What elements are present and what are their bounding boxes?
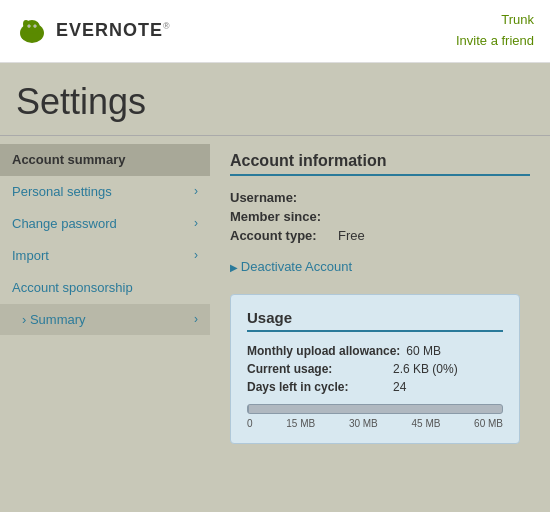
- sidebar-item-label: Import: [12, 248, 49, 263]
- elephant-icon: [16, 15, 48, 47]
- logo-text: EVERNOTE®: [56, 20, 171, 41]
- info-row-member-since: Member since:: [230, 209, 530, 224]
- header-links: Trunk Invite a friend: [456, 10, 534, 52]
- main-layout: Account summary Personal settings › Chan…: [0, 136, 550, 512]
- sidebar-item-label: Account summary: [12, 152, 125, 167]
- usage-row-current: Current usage: 2.6 KB (0%): [247, 362, 503, 376]
- sidebar-item-change-password[interactable]: Change password ›: [0, 208, 210, 240]
- info-row-username: Username:: [230, 190, 530, 205]
- content-area: Account information Username: Member sin…: [210, 136, 550, 512]
- username-label: Username:: [230, 190, 330, 205]
- svg-point-6: [34, 25, 35, 26]
- chevron-right-icon: ›: [194, 248, 198, 262]
- header: EVERNOTE® Trunk Invite a friend: [0, 0, 550, 63]
- sidebar-item-label: Change password: [12, 216, 117, 231]
- progress-label-30: 30 MB: [349, 418, 378, 429]
- trunk-link[interactable]: Trunk: [456, 10, 534, 31]
- account-type-value: Free: [338, 228, 365, 243]
- sidebar: Account summary Personal settings › Chan…: [0, 136, 210, 512]
- progress-bar-fill: [248, 405, 249, 413]
- current-usage-label: Current usage:: [247, 362, 387, 376]
- svg-point-5: [28, 25, 29, 26]
- account-info-table: Username: Member since: Account type: Fr…: [230, 190, 530, 243]
- progress-label-15: 15 MB: [286, 418, 315, 429]
- usage-row-monthly: Monthly upload allowance: 60 MB: [247, 344, 503, 358]
- page-title: Settings: [16, 81, 534, 123]
- member-since-label: Member since:: [230, 209, 330, 224]
- deactivate-account-link[interactable]: Deactivate Account: [230, 259, 352, 274]
- progress-label-45: 45 MB: [411, 418, 440, 429]
- logo-area: EVERNOTE®: [16, 15, 171, 47]
- monthly-allowance-value: 60 MB: [406, 344, 441, 358]
- sidebar-item-label: Personal settings: [12, 184, 112, 199]
- sidebar-item-summary[interactable]: › Summary ›: [0, 304, 210, 335]
- account-info-title: Account information: [230, 152, 530, 176]
- page-title-area: Settings: [0, 63, 550, 136]
- sidebar-item-personal-settings[interactable]: Personal settings ›: [0, 176, 210, 208]
- chevron-right-icon: ›: [194, 216, 198, 230]
- invite-friend-link[interactable]: Invite a friend: [456, 31, 534, 52]
- sidebar-item-account-summary[interactable]: Account summary: [0, 144, 210, 176]
- progress-labels: 0 15 MB 30 MB 45 MB 60 MB: [247, 418, 503, 429]
- progress-label-60: 60 MB: [474, 418, 503, 429]
- usage-row-days: Days left in cycle: 24: [247, 380, 503, 394]
- account-type-label: Account type:: [230, 228, 330, 243]
- progress-label-0: 0: [247, 418, 253, 429]
- sidebar-item-label: › Summary: [22, 312, 86, 327]
- sidebar-item-account-sponsorship[interactable]: Account sponsorship: [0, 272, 210, 304]
- sidebar-item-import[interactable]: Import ›: [0, 240, 210, 272]
- info-row-account-type: Account type: Free: [230, 228, 530, 243]
- monthly-allowance-label: Monthly upload allowance:: [247, 344, 400, 358]
- days-left-value: 24: [393, 380, 406, 394]
- days-left-label: Days left in cycle:: [247, 380, 387, 394]
- chevron-right-icon: ›: [194, 312, 198, 326]
- chevron-right-icon: ›: [194, 184, 198, 198]
- current-usage-value: 2.6 KB (0%): [393, 362, 458, 376]
- usage-box: Usage Monthly upload allowance: 60 MB Cu…: [230, 294, 520, 444]
- sidebar-item-label: Account sponsorship: [12, 280, 133, 295]
- progress-bar-background: [247, 404, 503, 414]
- progress-container: 0 15 MB 30 MB 45 MB 60 MB: [247, 404, 503, 429]
- usage-title: Usage: [247, 309, 503, 332]
